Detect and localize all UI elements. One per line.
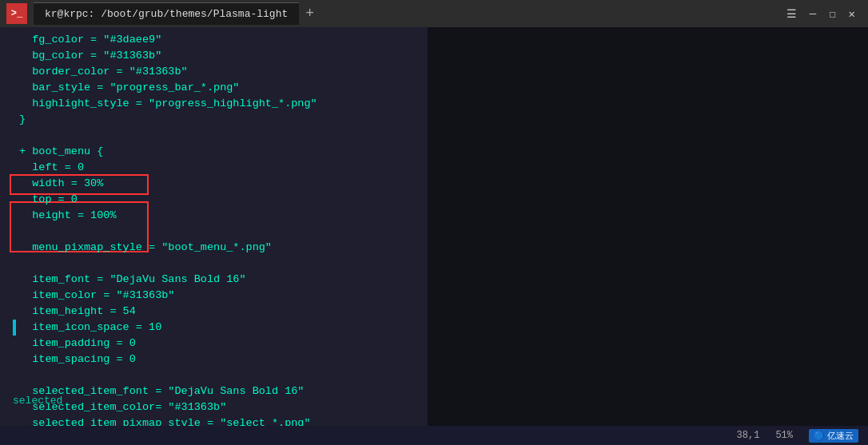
maximize-button[interactable]: ☐ [829,7,835,21]
line-indicator [13,415,16,426]
code-line: border_color = "#31363b" [13,64,421,80]
code-line: item_icon_space = 10 [13,320,421,336]
code-line: left = 0 [13,160,421,176]
line-text: } [19,112,26,128]
code-line: item_padding = 0 [13,336,421,352]
line-indicator [13,352,16,368]
terminal-window: >_ kr@krpc: /boot/grub/themes/Plasma-lig… [0,0,868,445]
line-indicator [13,336,16,352]
line-text: left = 0 [19,160,84,176]
code-line [13,128,421,144]
minimize-button[interactable]: — [810,7,816,20]
line-text: border_color = "#31363b" [19,64,188,80]
line-indicator [13,288,16,304]
window-controls: ☰ — ☐ ✕ [786,7,862,21]
line-text: item_padding = 0 [19,336,136,352]
cursor-position: 38,1 [737,430,760,441]
right-pane [428,27,868,426]
logo-icon: 🔵 [814,431,825,441]
line-indicator [13,32,16,48]
editor-pane: fg_color = "#3daee9" bg_color = "#31363b… [0,27,428,426]
line-indicator [13,160,16,176]
code-line: selected_item_color= "#31363b" [13,399,421,415]
line-text: item_height = 54 [19,304,136,320]
code-line: menu_pixmap_style = "boot_menu_*.png" [13,240,421,256]
line-indicator [13,176,16,192]
line-text: highlight_style = "progress_highlight_*.… [19,96,317,112]
statusbar: 38,1 51% 🔵 亿速云 [0,426,868,445]
code-line [13,368,421,383]
line-indicator [13,256,16,272]
code-line: item_height = 54 [13,304,421,320]
hamburger-icon[interactable]: ☰ [786,7,797,21]
code-line [13,256,421,272]
line-indicator [13,304,16,320]
line-indicator [13,128,16,144]
line-text: selected_item_pixmap_style = "select_*.p… [19,415,311,426]
line-text: item_icon_space = 10 [19,320,161,336]
line-indicator [13,208,16,224]
selected-label: selected [13,395,62,407]
close-button[interactable]: ✕ [849,7,855,21]
scroll-percent: 51% [775,430,793,441]
line-text: menu_pixmap_style = "boot_menu_*.png" [19,240,272,256]
line-text: height = 100% [19,208,117,224]
line-indicator [13,80,16,96]
line-text: width = 30% [19,176,103,192]
line-text: item_spacing = 0 [19,352,136,368]
line-indicator [13,112,16,128]
line-indicator [13,192,16,208]
titlebar-left: >_ kr@krpc: /boot/grub/themes/Plasma-lig… [6,2,321,25]
code-line: top = 0 [13,192,421,208]
line-indicator [13,320,16,336]
line-text: fg_color = "#3daee9" [19,32,161,48]
code-line: bg_color = "#31363b" [13,48,421,64]
line-indicator [13,144,16,160]
code-line: item_font = "DejaVu Sans Bold 16" [13,272,421,288]
code-line: width = 30% [13,176,421,192]
tab-label: kr@krpc: /boot/grub/themes/Plasma-light [45,8,288,20]
line-indicator [13,48,16,64]
terminal-icon: >_ [11,8,22,19]
logo-badge: 🔵 亿速云 [809,429,858,443]
code-line [13,224,421,240]
code-line: + boot_menu { [13,144,421,160]
line-text: + boot_menu { [19,144,103,160]
logo-text: 亿速云 [827,430,854,442]
code-line: fg_color = "#3daee9" [13,32,421,48]
code-line: highlight_style = "progress_highlight_*.… [13,96,421,112]
content-area: fg_color = "#3daee9" bg_color = "#31363b… [0,27,868,426]
code-line: item_spacing = 0 [13,352,421,368]
code-line: height = 100% [13,208,421,224]
line-indicator [13,368,16,383]
line-indicator [13,64,16,80]
line-text: item_color = "#31363b" [19,288,174,304]
line-text: top = 0 [19,192,78,208]
line-text: bar_style = "progress_bar_*.png" [19,80,239,96]
code-line: } [13,112,421,128]
line-text: bg_color = "#31363b" [19,48,161,64]
line-indicator [13,240,16,256]
line-indicator [13,224,16,240]
code-line: selected_item_pixmap_style = "select_*.p… [13,415,421,426]
titlebar: >_ kr@krpc: /boot/grub/themes/Plasma-lig… [0,0,868,27]
code-content: fg_color = "#3daee9" bg_color = "#31363b… [0,32,428,426]
code-line: selected_item_font = "DejaVu Sans Bold 1… [13,383,421,399]
line-indicator [13,96,16,112]
code-line: item_color = "#31363b" [13,288,421,304]
terminal-icon-box: >_ [6,3,27,24]
add-tab-button[interactable]: + [299,6,321,22]
line-text: item_font = "DejaVu Sans Bold 16" [19,272,246,288]
code-line: bar_style = "progress_bar_*.png" [13,80,421,96]
active-tab[interactable]: kr@krpc: /boot/grub/themes/Plasma-light [34,2,299,25]
line-indicator [13,272,16,288]
